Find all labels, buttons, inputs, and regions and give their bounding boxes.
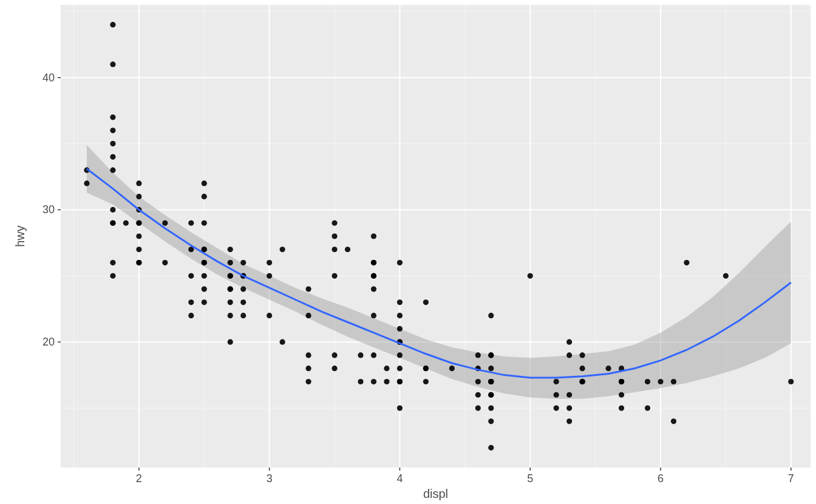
data-point [305, 313, 311, 318]
data-point [488, 366, 494, 371]
x-tick-label: 2 [136, 472, 142, 485]
chart-container: { "chart_data": { "type": "scatter", "ti… [0, 0, 816, 504]
y-tick-label: 20 [42, 336, 55, 348]
data-point [371, 379, 376, 384]
data-point [605, 366, 611, 371]
data-point [788, 379, 794, 384]
data-point [202, 180, 207, 186]
data-point [684, 260, 689, 265]
data-point [423, 299, 429, 305]
data-point [397, 299, 403, 305]
data-point [202, 273, 207, 279]
data-point [228, 247, 233, 252]
data-point [580, 366, 585, 371]
data-point [110, 273, 115, 279]
data-point [202, 286, 207, 291]
data-point [619, 379, 624, 384]
data-point [371, 260, 376, 265]
data-point [202, 220, 207, 226]
data-point [136, 194, 141, 199]
data-point [228, 313, 233, 318]
data-point [228, 273, 233, 279]
data-point [240, 260, 246, 265]
y-tick-label: 30 [42, 203, 55, 216]
data-point [397, 326, 403, 332]
data-point [110, 141, 115, 146]
data-point [475, 405, 481, 410]
data-point [371, 313, 376, 318]
data-point [188, 313, 194, 318]
data-point [397, 260, 403, 265]
data-point [488, 379, 494, 384]
data-point [332, 366, 337, 371]
data-point [136, 233, 141, 239]
data-point [162, 220, 168, 226]
data-point [488, 445, 494, 451]
data-point [280, 339, 285, 345]
x-tick-label: 5 [527, 472, 533, 485]
data-point [123, 220, 129, 226]
data-point [332, 233, 337, 239]
data-point [475, 379, 481, 384]
data-point [202, 194, 207, 199]
data-point [723, 273, 729, 279]
data-point [488, 405, 494, 410]
data-point [136, 260, 141, 265]
data-point [228, 339, 233, 345]
data-point [566, 352, 572, 358]
data-point [267, 273, 272, 279]
data-point [566, 339, 572, 345]
data-point [188, 299, 194, 305]
data-point [645, 379, 650, 384]
data-point [332, 273, 337, 279]
y-tick-label: 40 [42, 72, 55, 84]
data-point [475, 392, 481, 398]
data-point [228, 286, 233, 291]
data-point [554, 392, 559, 398]
data-point [658, 379, 663, 384]
data-point [554, 405, 559, 410]
data-point [358, 352, 363, 358]
data-point [110, 128, 115, 133]
data-point [305, 366, 311, 371]
data-point [228, 299, 233, 305]
data-point [110, 260, 115, 265]
data-point [110, 154, 115, 160]
data-point [671, 379, 676, 384]
x-tick-label: 3 [267, 472, 273, 485]
data-point [619, 405, 624, 410]
data-point [566, 418, 572, 424]
data-point [280, 247, 285, 252]
data-point [305, 379, 311, 384]
data-point [162, 260, 168, 265]
data-point [488, 313, 494, 318]
data-point [475, 352, 481, 358]
data-point [371, 233, 376, 239]
data-point [488, 352, 494, 358]
data-point [645, 405, 650, 410]
data-point [580, 352, 585, 358]
data-point [267, 313, 272, 318]
data-point [528, 273, 533, 279]
data-point [345, 247, 350, 252]
data-point [136, 220, 141, 226]
x-tick-label: 4 [396, 472, 403, 485]
data-point [267, 260, 272, 265]
data-point [580, 379, 585, 384]
data-point [384, 379, 389, 384]
data-point [332, 352, 337, 358]
data-point [397, 352, 403, 358]
data-point [358, 379, 363, 384]
data-point [188, 273, 194, 279]
data-point [240, 299, 246, 305]
data-point [110, 114, 115, 120]
data-point [188, 220, 194, 226]
data-point [488, 392, 494, 398]
data-point [240, 286, 246, 291]
scatter-smooth-plot: 234567 203040 displ hwy [0, 0, 816, 504]
data-point [84, 180, 89, 186]
data-point [371, 286, 376, 291]
data-point [110, 22, 115, 27]
data-point [136, 180, 141, 186]
x-axis-label: displ [423, 487, 448, 500]
